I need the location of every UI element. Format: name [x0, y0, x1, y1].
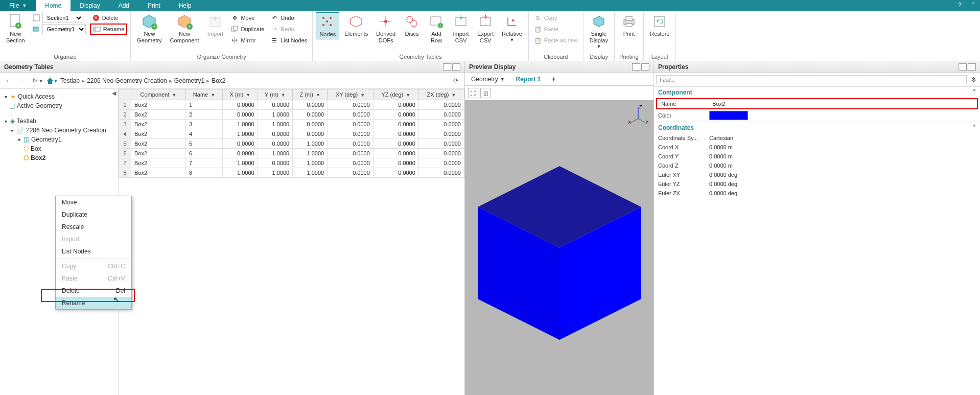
- menu-add[interactable]: Add: [109, 0, 138, 11]
- menu-display[interactable]: Display: [71, 0, 109, 11]
- panel-layout-btn-2[interactable]: [452, 63, 460, 71]
- props-row-euler-xy[interactable]: Euler XY0.0000 deg: [654, 170, 980, 179]
- redo-button[interactable]: ↷Redo: [268, 24, 309, 35]
- nav-home-button[interactable]: ▾: [46, 75, 57, 86]
- breadcrumb-item[interactable]: Box2: [212, 77, 225, 84]
- table-row[interactable]: 8Box281.00001.00001.00000.00000.00000.00…: [119, 168, 464, 178]
- undo-button[interactable]: ↶Undo: [268, 12, 309, 24]
- nav-back-button[interactable]: ←: [3, 75, 14, 86]
- cm-duplicate[interactable]: Duplicate: [56, 208, 131, 221]
- list-nodes-button[interactable]: ☰List Nodes: [268, 35, 309, 46]
- preview-tab-add[interactable]: +: [549, 74, 558, 84]
- cm-move[interactable]: Move: [56, 196, 131, 208]
- panel-layout-btn-1[interactable]: [632, 63, 640, 71]
- new-section-button[interactable]: + New Section: [3, 12, 28, 45]
- preview-tab-report[interactable]: Report 1: [513, 74, 544, 84]
- import-button[interactable]: Import: [204, 12, 226, 38]
- duplicate-button[interactable]: Duplicate: [228, 24, 266, 35]
- table-header[interactable]: Name ▼: [186, 89, 223, 100]
- refresh-button[interactable]: ⟳: [450, 75, 461, 86]
- derived-dofs-button[interactable]: Derived DOFs: [373, 12, 399, 45]
- nav-forward-button[interactable]: →: [17, 75, 29, 86]
- menu-file[interactable]: File ▼: [0, 0, 36, 11]
- tree-box[interactable]: ⬡Box: [2, 144, 116, 153]
- cm-list-nodes[interactable]: List Nodes: [56, 245, 131, 258]
- table-row[interactable]: 2Box220.00001.00000.00000.00000.00000.00…: [119, 110, 464, 120]
- preview-tab-geometry[interactable]: Geometry ▼: [468, 74, 508, 84]
- breadcrumb-item[interactable]: Geometry1: [174, 77, 204, 84]
- props-row-euler-zx[interactable]: Euler ZX0.0000 deg: [654, 189, 980, 198]
- paste-button[interactable]: 📋Paste: [532, 24, 580, 35]
- panel-layout-btn-1[interactable]: [959, 63, 967, 71]
- geometry-select[interactable]: Geometry1: [42, 24, 86, 34]
- find-input[interactable]: [656, 75, 967, 84]
- preview-zoom-button[interactable]: ◱: [480, 88, 491, 98]
- cm-delete[interactable]: DeleteDel: [56, 285, 131, 297]
- copy-button[interactable]: ⧉Copy: [532, 12, 580, 24]
- preview-fit-button[interactable]: ⛶: [468, 88, 478, 98]
- single-display-button[interactable]: Single Display▼: [587, 12, 611, 50]
- rename-button[interactable]: Rename: [90, 24, 128, 35]
- table-header[interactable]: ZX (deg) ▼: [418, 89, 464, 100]
- panel-layout-btn-2[interactable]: [641, 63, 649, 71]
- table-header[interactable]: X (m) ▼: [222, 89, 258, 100]
- cm-copy[interactable]: CopyCtrl+C: [56, 260, 131, 272]
- props-row-name[interactable]: NameBox2: [657, 99, 977, 108]
- props-row-coord-y[interactable]: Coord Y0.0000 m: [654, 152, 980, 161]
- mirror-button[interactable]: Mirror: [228, 35, 266, 46]
- print-button[interactable]: Print: [618, 12, 640, 38]
- table-header[interactable]: Y (m) ▼: [258, 89, 293, 100]
- menu-home[interactable]: Home: [36, 0, 71, 11]
- collapse-ribbon-icon[interactable]: ˄: [967, 0, 980, 11]
- elements-button[interactable]: Elements: [341, 12, 371, 38]
- preview-canvas[interactable]: Z X Y: [465, 100, 654, 395]
- table-header[interactable]: Component ▼: [131, 89, 186, 100]
- table-row[interactable]: 6Box260.00001.00001.00000.00000.00000.00…: [119, 149, 464, 158]
- restore-button[interactable]: Restore: [647, 12, 673, 38]
- breadcrumb-item[interactable]: 2206 Neo Geometry Creation: [87, 77, 167, 84]
- delete-button[interactable]: ✕ Delete: [90, 12, 128, 24]
- props-section-coordinates[interactable]: Coordinates˄: [654, 122, 980, 133]
- table-header[interactable]: YZ (deg) ▼: [373, 89, 418, 100]
- nodes-button[interactable]: Nodes: [316, 12, 339, 39]
- table-row[interactable]: 1Box210.00000.00000.00000.00000.00000.00…: [119, 100, 464, 110]
- table-header[interactable]: XY (deg) ▼: [328, 89, 374, 100]
- move-button[interactable]: ✥Move: [228, 12, 266, 24]
- cm-rescale[interactable]: Rescale: [56, 221, 131, 233]
- panel-layout-btn-2[interactable]: [968, 63, 976, 71]
- add-row-button[interactable]: + Add Row: [425, 12, 448, 45]
- discs-button[interactable]: Discs: [401, 12, 423, 38]
- cm-paste[interactable]: PasteCtrl+V: [56, 272, 131, 285]
- props-row-euler-yz[interactable]: Euler YZ0.0000 deg: [654, 179, 980, 189]
- table-header[interactable]: Z (m) ▼: [293, 89, 328, 100]
- menu-help[interactable]: Help: [170, 0, 201, 11]
- props-section-component[interactable]: Component˄: [654, 86, 980, 98]
- cm-rename[interactable]: Rename: [56, 297, 131, 309]
- color-swatch[interactable]: [709, 111, 748, 120]
- tree-quick-access[interactable]: ▾★Quick Access: [2, 92, 116, 101]
- help-icon[interactable]: ?: [953, 0, 967, 11]
- breadcrumb-item[interactable]: Testlab: [60, 77, 80, 84]
- tree-testlab[interactable]: ▾◈Testlab: [2, 117, 116, 126]
- tree-box2[interactable]: ⬡Box2: [2, 153, 116, 162]
- nav-history-button[interactable]: ↻ ▾: [32, 75, 43, 86]
- menu-print[interactable]: Print: [138, 0, 170, 11]
- props-row-color[interactable]: Color: [654, 109, 980, 122]
- panel-layout-btn-1[interactable]: [443, 63, 451, 71]
- geometry-selector[interactable]: Geometry1: [30, 24, 88, 35]
- section-select[interactable]: Section1: [42, 13, 83, 23]
- data-table[interactable]: Component ▼Name ▼X (m) ▼Y (m) ▼Z (m) ▼XY…: [119, 89, 464, 178]
- table-row[interactable]: 7Box271.00000.00001.00000.00000.00000.00…: [119, 158, 464, 168]
- new-component-button[interactable]: + New Component: [167, 12, 202, 45]
- props-row-coord-sys[interactable]: Coordinate Sy...Cartesian: [654, 133, 980, 143]
- paste-as-new-button[interactable]: 📋Paste as new: [532, 35, 580, 46]
- import-csv-button[interactable]: Import CSV: [450, 12, 472, 45]
- props-row-coord-x[interactable]: Coord X0.0000 m: [654, 143, 980, 152]
- gear-icon[interactable]: ⚙: [969, 75, 978, 84]
- table-row[interactable]: 4Box241.00000.00000.00000.00000.00000.00…: [119, 129, 464, 139]
- breadcrumb[interactable]: Testlab▸ 2206 Neo Geometry Creation▸ Geo…: [60, 77, 447, 84]
- section-selector[interactable]: Section1: [30, 12, 88, 24]
- tree-active-geometry[interactable]: ◫Active Geometry: [2, 101, 116, 110]
- table-row[interactable]: 5Box250.00000.00001.00000.00000.00000.00…: [119, 139, 464, 149]
- props-row-coord-z[interactable]: Coord Z0.0000 m: [654, 161, 980, 170]
